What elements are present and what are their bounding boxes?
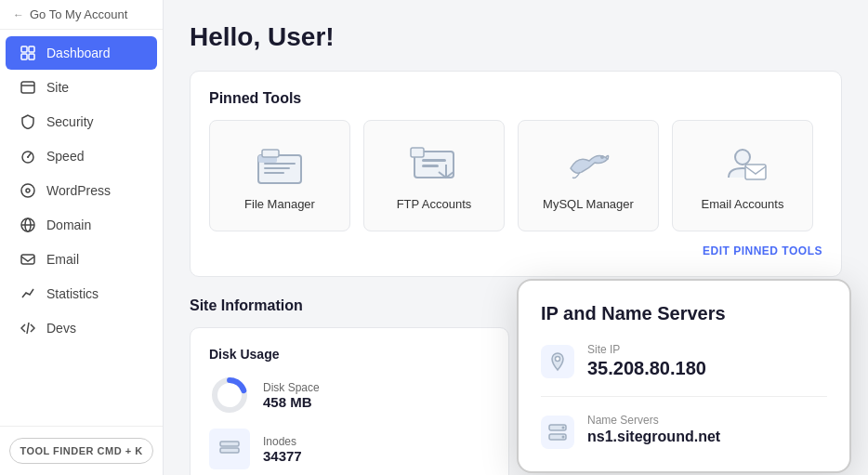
- inodes-label: Inodes: [263, 435, 302, 448]
- ftp-accounts-icon: [406, 141, 462, 188]
- name-servers-value: ns1.siteground.net: [587, 429, 720, 445]
- site-ip-icon: [541, 345, 574, 378]
- svg-rect-31: [220, 442, 239, 446]
- svg-rect-2: [21, 54, 27, 59]
- svg-rect-23: [422, 165, 439, 167]
- tool-mysql-manager[interactable]: MySQL Manager: [518, 120, 659, 231]
- statistics-icon: [20, 286, 37, 301]
- sidebar-item-dashboard[interactable]: Dashboard: [6, 36, 157, 70]
- svg-point-8: [21, 184, 34, 197]
- disk-space-row: Disk Space 458 MB: [209, 375, 490, 416]
- pinned-tools-grid: File Manager FTP Accounts: [209, 120, 822, 231]
- sidebar-label-speed: Speed: [46, 149, 84, 164]
- svg-point-33: [556, 357, 560, 362]
- edit-pinned-link[interactable]: EDIT PINNED TOOLS: [209, 244, 822, 257]
- svg-point-37: [562, 436, 565, 439]
- sidebar-item-speed[interactable]: Speed: [6, 139, 157, 173]
- speed-icon: [20, 149, 37, 164]
- sidebar-label-domain: Domain: [46, 218, 91, 232]
- svg-rect-28: [745, 165, 766, 179]
- pinned-tools-title: Pinned Tools: [209, 90, 822, 107]
- disk-usage-title: Disk Usage: [209, 347, 490, 362]
- site-icon: [20, 80, 37, 95]
- devs-icon: [20, 321, 37, 336]
- svg-point-26: [600, 155, 604, 159]
- sidebar-label-site: Site: [46, 80, 69, 95]
- sidebar-item-email[interactable]: Email: [6, 243, 157, 276]
- svg-rect-13: [21, 255, 34, 264]
- svg-rect-32: [220, 448, 239, 453]
- svg-rect-17: [264, 163, 296, 165]
- sidebar-label-email: Email: [46, 252, 79, 267]
- back-arrow-icon: ←: [13, 8, 24, 21]
- sidebar-item-domain[interactable]: Domain: [6, 208, 157, 242]
- sidebar-label-devs: Devs: [46, 321, 76, 336]
- disk-donut-chart: [209, 375, 250, 416]
- name-servers-row: Name Servers ns1.siteground.net: [541, 414, 827, 449]
- sidebar-nav: Dashboard Site Security Speed WordPress …: [0, 30, 163, 426]
- ip-card-title: IP and Name Servers: [541, 303, 827, 324]
- ip-name-servers-card: IP and Name Servers Site IP 35.208.80.18…: [517, 279, 851, 473]
- svg-point-36: [562, 427, 565, 429]
- sidebar-label-security: Security: [46, 114, 94, 129]
- sidebar-item-statistics[interactable]: Statistics: [6, 277, 157, 310]
- tool-file-manager[interactable]: File Manager: [209, 120, 350, 231]
- main-content: Hello, User! Pinned Tools File Manager: [164, 0, 868, 475]
- email-accounts-icon: [715, 141, 770, 188]
- svg-rect-0: [21, 46, 27, 52]
- sidebar-item-security[interactable]: Security: [6, 105, 157, 139]
- svg-line-14: [27, 323, 29, 334]
- svg-rect-22: [422, 159, 446, 162]
- disk-space-label: Disk Space: [263, 381, 320, 394]
- sidebar-item-devs[interactable]: Devs: [6, 311, 157, 345]
- sidebar-label-statistics: Statistics: [46, 286, 99, 301]
- svg-rect-1: [29, 46, 34, 52]
- site-ip-value: 35.208.80.180: [587, 358, 706, 379]
- mysql-manager-label: MySQL Manager: [543, 197, 634, 211]
- site-ip-row: Site IP 35.208.80.180: [541, 343, 827, 397]
- svg-rect-3: [29, 54, 34, 59]
- file-manager-icon: [252, 141, 308, 188]
- svg-rect-20: [262, 150, 279, 157]
- sidebar-item-site[interactable]: Site: [6, 71, 157, 104]
- mysql-manager-icon: [560, 141, 616, 188]
- tool-email-accounts[interactable]: Email Accounts: [672, 120, 813, 231]
- email-accounts-label: Email Accounts: [702, 197, 784, 211]
- svg-point-27: [735, 150, 750, 165]
- disk-usage-card: Disk Usage Disk Space 458 MB: [190, 327, 509, 475]
- sidebar-label-wordpress: WordPress: [46, 183, 111, 198]
- wordpress-icon: [20, 183, 37, 198]
- tool-ftp-accounts[interactable]: FTP Accounts: [363, 120, 505, 231]
- inodes-icon: [209, 429, 250, 469]
- name-servers-label: Name Servers: [587, 414, 720, 427]
- site-ip-label: Site IP: [587, 343, 706, 356]
- sidebar-footer: TOOL FINDER CMD + K: [0, 426, 163, 475]
- back-label: Go To My Account: [30, 7, 127, 21]
- file-manager-label: File Manager: [244, 197, 315, 211]
- sidebar-item-wordpress[interactable]: WordPress: [6, 174, 157, 207]
- ftp-accounts-label: FTP Accounts: [397, 197, 472, 211]
- svg-point-9: [26, 189, 30, 192]
- domain-icon: [20, 218, 37, 232]
- inodes-value: 34377: [263, 448, 302, 464]
- tool-finder-button[interactable]: TOOL FINDER CMD + K: [9, 438, 153, 464]
- inodes-row: Inodes 34377: [209, 429, 490, 469]
- email-icon: [20, 252, 37, 267]
- name-servers-icon: [541, 416, 574, 449]
- pinned-tools-section: Pinned Tools File Manager: [190, 71, 842, 277]
- site-info-section: Site Information Disk Usage Disk Space 4…: [190, 297, 842, 475]
- svg-rect-18: [264, 167, 290, 169]
- svg-point-7: [27, 156, 29, 158]
- go-to-account-link[interactable]: ← Go To My Account: [0, 0, 163, 30]
- security-icon: [20, 114, 37, 129]
- sidebar-label-dashboard: Dashboard: [46, 46, 111, 60]
- svg-rect-4: [21, 82, 34, 93]
- dashboard-icon: [20, 46, 37, 60]
- sidebar: ← Go To My Account Dashboard Site Securi…: [0, 0, 164, 475]
- svg-rect-19: [264, 172, 284, 174]
- svg-rect-25: [411, 148, 424, 157]
- page-greeting: Hello, User!: [190, 22, 842, 52]
- disk-space-value: 458 MB: [263, 394, 320, 410]
